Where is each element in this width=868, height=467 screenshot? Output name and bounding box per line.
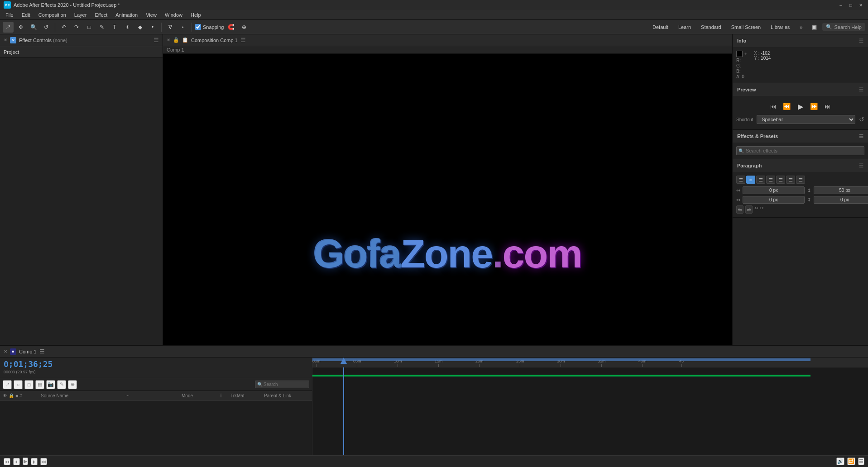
tl-nav-go-start[interactable]: ⏮ xyxy=(4,458,10,465)
preview-section-header[interactable]: Preview ☰ xyxy=(733,83,868,96)
maximize-button[interactable]: □ xyxy=(847,1,854,9)
tool-magnet[interactable]: 🧲 xyxy=(226,22,237,33)
tl-pen[interactable]: ✎ xyxy=(57,380,66,389)
tl-nav-go-end[interactable]: ⏭ xyxy=(40,458,47,465)
timeline-ruler[interactable]: 00m 05m 10m 15m 20m 25m xyxy=(312,357,868,367)
tl-camera[interactable]: 📷 xyxy=(46,380,55,389)
tl-audio-btn[interactable]: 🔊 xyxy=(836,457,844,465)
preview-skip-start[interactable]: ⏮ xyxy=(768,101,778,111)
menu-view[interactable]: View xyxy=(142,11,160,19)
workspace-more[interactable]: » xyxy=(796,24,806,31)
search-help[interactable]: 🔍 Search Help xyxy=(822,23,865,31)
para-align-justify-all[interactable]: ☰ xyxy=(796,176,805,184)
workspace-learn[interactable]: Learn xyxy=(675,24,695,31)
tl-trim[interactable]: □ xyxy=(24,380,34,389)
menu-layer[interactable]: Layer xyxy=(71,11,91,19)
tool-zoom[interactable]: 🔍 xyxy=(28,22,39,33)
workspace-small-screen[interactable]: Small Screen xyxy=(728,24,764,31)
preview-step-forward[interactable]: ⏩ xyxy=(809,101,819,111)
snapping-checkbox[interactable] xyxy=(195,24,201,30)
para-align-justify-right[interactable]: ☰ xyxy=(786,176,795,184)
tool-text[interactable]: T xyxy=(109,22,120,33)
tool-redo[interactable]: ↷ xyxy=(71,22,82,33)
tool-arrow[interactable]: ⭧ xyxy=(3,22,14,33)
timeline-comp-label[interactable]: Comp 1 xyxy=(19,349,37,354)
effects-presets-header[interactable]: Effects & Presets ☰ xyxy=(733,130,868,143)
menu-help[interactable]: Help xyxy=(187,11,205,19)
timeline-menu-btn[interactable]: ☰ xyxy=(39,348,45,355)
para-align-right[interactable]: ☰ xyxy=(756,176,765,184)
menu-window[interactable]: Window xyxy=(161,11,186,19)
para-align-justify-left[interactable]: ☰ xyxy=(766,176,775,184)
tool-paint[interactable]: ◆ xyxy=(134,22,145,33)
para-indent-left[interactable] xyxy=(743,186,805,194)
tl-loop-btn[interactable]: 🔁 xyxy=(847,457,855,465)
tool-brush[interactable]: ☀ xyxy=(122,22,133,33)
time-display[interactable]: 0;01;36;25 xyxy=(4,359,53,369)
info-section-header[interactable]: Info ☰ xyxy=(733,34,868,47)
tl-nav-frame-forward[interactable]: ⏵ xyxy=(31,458,38,465)
viewer-btn[interactable]: ▣ xyxy=(809,22,820,33)
logo-dot: . xyxy=(492,234,502,274)
shortcut-select[interactable]: Spacebar xyxy=(757,115,855,124)
info-r-label: R: xyxy=(736,58,741,63)
tl-nav-play[interactable]: ▶ xyxy=(23,457,28,465)
tool-undo[interactable]: ↶ xyxy=(58,22,69,33)
tl-quality-btn[interactable]: ☰ xyxy=(858,457,864,465)
project-tab-header[interactable]: Project xyxy=(0,46,163,58)
para-align-center[interactable]: ≡ xyxy=(746,176,755,184)
workspace-default[interactable]: Default xyxy=(649,24,672,31)
paragraph-section: Paragraph ☰ ☰ ≡ ☰ ☰ ☰ ☰ ☰ ↤ ↥ xyxy=(733,159,868,218)
project-tab-label: Project xyxy=(4,49,19,55)
menu-effect[interactable]: Effect xyxy=(91,11,111,19)
para-align-left[interactable]: ☰ xyxy=(736,176,745,184)
menu-animation[interactable]: Animation xyxy=(112,11,141,19)
tool-extra2[interactable]: ⋆ xyxy=(177,22,188,33)
timeline-close[interactable]: ✕ xyxy=(4,349,7,354)
timeline-search-input[interactable] xyxy=(255,381,309,388)
workspace-standard[interactable]: Standard xyxy=(697,24,725,31)
menu-composition[interactable]: Composition xyxy=(35,11,70,19)
menu-file[interactable]: File xyxy=(2,11,17,19)
tool-rotate[interactable]: ↺ xyxy=(41,22,52,33)
comp-tab-label[interactable]: Composition Comp 1 xyxy=(191,38,238,43)
tl-render[interactable]: ○ xyxy=(14,380,23,389)
effect-controls-menu[interactable]: ☰ xyxy=(153,37,159,43)
tool-extra1[interactable]: ∇ xyxy=(165,22,176,33)
menu-edit[interactable]: Edit xyxy=(18,11,34,19)
preview-skip-end[interactable]: ⏭ xyxy=(823,101,833,111)
tool-rect[interactable]: □ xyxy=(84,22,95,33)
tl-comp-flow[interactable]: ⭧ xyxy=(3,380,12,389)
tl-nav-frame-back[interactable]: ⏴ xyxy=(13,458,20,465)
tl-snap[interactable]: ⊕ xyxy=(68,380,77,389)
para-space-after[interactable] xyxy=(814,196,868,204)
snapping-toggle[interactable]: Snapping xyxy=(195,24,224,30)
comp-close[interactable]: ✕ xyxy=(167,38,170,43)
effects-search-icon: 🔍 xyxy=(739,148,744,153)
para-space-before[interactable] xyxy=(814,186,868,194)
effects-search-input[interactable] xyxy=(736,146,864,155)
shortcut-reset[interactable]: ↺ xyxy=(859,116,864,123)
close-button[interactable]: ✕ xyxy=(857,1,864,9)
tool-hand[interactable]: ✥ xyxy=(15,22,26,33)
workspace-libraries[interactable]: Libraries xyxy=(767,24,793,31)
tl-solo[interactable]: ▤ xyxy=(35,380,44,389)
paragraph-section-header[interactable]: Paragraph ☰ xyxy=(733,159,868,172)
search-icon: 🔍 xyxy=(826,24,832,30)
info-b-val xyxy=(742,69,747,74)
tool-pen[interactable]: ✎ xyxy=(96,22,107,33)
para-rtl-icon[interactable]: ⇆ xyxy=(736,205,743,214)
preview-play[interactable]: ▶ xyxy=(796,101,806,111)
comp-tab-menu[interactable]: ☰ xyxy=(240,37,246,43)
para-align-justify-center[interactable]: ☰ xyxy=(776,176,785,184)
para-ltr-icon[interactable]: ⇄ xyxy=(745,205,753,214)
tool-puppet[interactable]: • xyxy=(147,22,158,33)
tool-grid[interactable]: ⊕ xyxy=(239,22,249,33)
effect-controls-close[interactable]: ✕ xyxy=(4,38,7,43)
timeline-left: 0;01;36;25 00003 (29.97 fps) ⭧ ○ □ ▤ 📷 ✎… xyxy=(0,357,312,455)
para-first-line[interactable] xyxy=(743,196,805,204)
preview-step-back[interactable]: ⏪ xyxy=(782,101,792,111)
toolbar-separator-3 xyxy=(192,23,192,32)
minimize-button[interactable]: – xyxy=(837,1,844,9)
snapping-label: Snapping xyxy=(203,24,224,30)
